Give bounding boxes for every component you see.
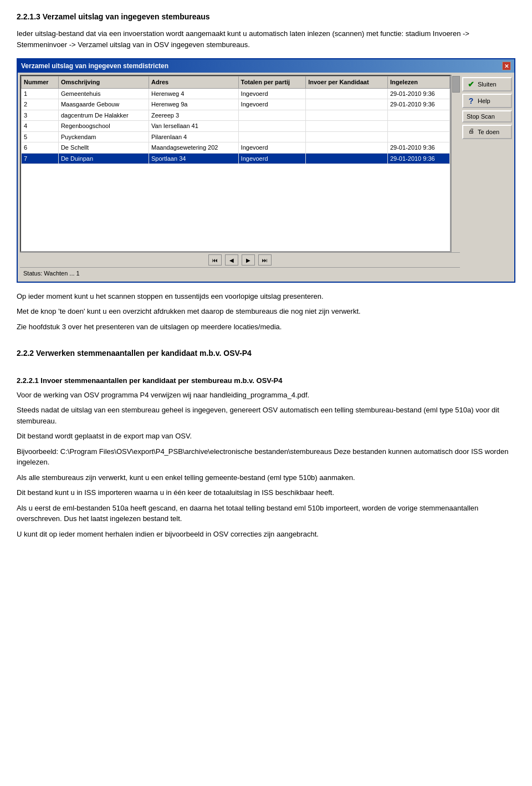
table-cell: 5 [22, 131, 59, 142]
para-after-3: Zie hoofdstuk 3 over het presenteren van… [17, 321, 515, 333]
table-cell: De Duinpan [58, 153, 149, 164]
table-cell: Pilarenlaan 4 [149, 131, 239, 142]
status-text: Status: Wachten ... 1 [23, 270, 80, 277]
table-cell: 29-01-2010 9:36 [387, 88, 449, 99]
nav-last-button[interactable]: ⏭ [258, 254, 272, 266]
status-bar: Status: Wachten ... 1 [20, 267, 460, 279]
table-cell: 6 [22, 142, 59, 154]
sluiten-button[interactable]: ✔ Sluiten [462, 77, 512, 91]
table-cell [387, 131, 449, 142]
help-label: Help [478, 98, 490, 104]
table-cell: Ingevoerd [238, 142, 306, 154]
table-cell [238, 131, 306, 142]
table-cell: 1 [22, 88, 59, 99]
intro-paragraph: Ieder uitslag-bestand dat via een invoer… [17, 28, 515, 50]
table-cell: 3 [22, 110, 59, 121]
table-cell: 2 [22, 99, 59, 110]
nav-next-button[interactable]: ▶ [242, 254, 255, 266]
table-body: 1GemeentehuisHerenweg 4Ingevoerd29-01-20… [22, 88, 450, 164]
table-cell: Maandagsewetering 202 [149, 142, 239, 154]
table-row[interactable]: 7De DuinpanSportlaan 34Ingevoerd29-01-20… [22, 153, 450, 164]
para-after-2: Met de knop 'te doen' kunt u een overzic… [17, 306, 515, 317]
dialog-main-area: Nummer Omschrijving Adres Totalen per pa… [20, 75, 460, 279]
stop-scan-label: Stop Scan [467, 113, 495, 120]
table-cell: 29-01-2010 9:36 [387, 153, 449, 164]
para-after-1: Op ieder moment kunt u het scannen stopp… [17, 291, 515, 302]
dialog-close-button[interactable]: ✕ [502, 62, 511, 70]
table-cell: 7 [22, 153, 59, 164]
section-heading: 2.2.1.3 Verzamel uitslag van ingegeven s… [17, 11, 515, 23]
table-row[interactable]: 6De SchelltMaandagsewetering 202Ingevoer… [22, 142, 450, 154]
dialog-body: Nummer Omschrijving Adres Totalen per pa… [18, 73, 514, 282]
table-cell [306, 121, 388, 132]
table-cell: De Schellt [58, 142, 149, 154]
para-2221-2: Steeds nadat de uitslag van een stembure… [17, 405, 515, 426]
scrollbar-thumb[interactable] [452, 76, 460, 93]
dialog-sidebar: ✔ Sluiten ? Help Stop Scan 🖨 Te doen [462, 75, 512, 279]
table-cell [238, 121, 306, 132]
table-cell: Gemeentehuis [58, 88, 149, 99]
table-cell: 29-01-2010 9:36 [387, 142, 449, 154]
section-2221-heading: 2.2.2.1 Invoer stemmenaantallen per kand… [17, 375, 515, 386]
te-doen-button[interactable]: 🖨 Te doen [462, 125, 512, 139]
table-cell [238, 110, 306, 121]
table-cell: Maasgaarde Gebouw [58, 99, 149, 110]
table-cell: 4 [22, 121, 59, 132]
question-icon: ? [467, 96, 475, 105]
table-row[interactable]: 3dagcentrum De HalakkerZeereep 3 [22, 110, 450, 121]
col-invoer: Invoer per Kandidaat [306, 76, 388, 89]
table-cell: Ingevoerd [238, 153, 306, 164]
stemdistricten-table: Nummer Omschrijving Adres Totalen per pa… [21, 76, 450, 164]
nav-prev-button[interactable]: ◀ [225, 254, 238, 266]
nav-first-button[interactable]: ⏮ [208, 254, 222, 266]
table-cell: Van Iersellaan 41 [149, 121, 239, 132]
table-row[interactable]: 4RegenboogschoolVan Iersellaan 41 [22, 121, 450, 132]
help-button[interactable]: ? Help [462, 94, 512, 108]
table-cell: Regenboogschool [58, 121, 149, 132]
para-2221-8: U kunt dit op ieder moment herhalen indi… [17, 529, 515, 540]
col-adres: Adres [149, 76, 239, 89]
checkmark-icon: ✔ [467, 80, 475, 89]
dialog-titlebar: Verzamel uitslag van ingegeven stemdistr… [18, 59, 514, 73]
col-omschrijving: Omschrijving [58, 76, 149, 89]
sluiten-label: Sluiten [478, 81, 497, 88]
table-cell [306, 88, 388, 99]
table-row[interactable]: 1GemeentehuisHerenweg 4Ingevoerd29-01-20… [22, 88, 450, 99]
col-totalen: Totalen per partij [238, 76, 306, 89]
vertical-scrollbar[interactable] [451, 75, 460, 252]
table-cell [387, 121, 449, 132]
table-cell: Herenweg 9a [149, 99, 239, 110]
table-cell [306, 110, 388, 121]
table-cell [306, 99, 388, 110]
table-cell [387, 110, 449, 121]
table-cell: Ingevoerd [238, 88, 306, 99]
table-cell: Puyckendam [58, 131, 149, 142]
section-222-heading: 2.2.2 Verwerken stemmenaantallen per kan… [17, 348, 515, 359]
para-2221-5: Als alle stembureaus zijn verwerkt, kunt… [17, 472, 515, 483]
para-2221-3: Dit bestand wordt geplaatst in de export… [17, 431, 515, 442]
table-cell: Zeereep 3 [149, 110, 239, 121]
dialog-window: Verzamel uitslag van ingegeven stemdistr… [17, 58, 515, 283]
table-cell: Herenweg 4 [149, 88, 239, 99]
printer-icon: 🖨 [467, 127, 475, 136]
table-cell [306, 142, 388, 154]
dialog-title: Verzamel uitslag van ingegeven stemdistr… [21, 61, 168, 71]
dialog-table-container: Nummer Omschrijving Adres Totalen per pa… [20, 75, 451, 252]
table-row[interactable]: 5PuyckendamPilarenlaan 4 [22, 131, 450, 142]
table-cell: Ingevoerd [238, 99, 306, 110]
para-2221-7: Als u eerst de eml-bestanden 510a heeft … [17, 503, 515, 524]
stop-scan-button[interactable]: Stop Scan [462, 110, 512, 123]
table-header-row: Nummer Omschrijving Adres Totalen per pa… [22, 76, 450, 89]
col-ingelezen: Ingelezen [387, 76, 449, 89]
para-2221-6: Dit bestand kunt u in ISS importeren waa… [17, 487, 515, 498]
table-cell: Sportlaan 34 [149, 153, 239, 164]
table-cell: 29-01-2010 9:36 [387, 99, 449, 110]
para-2221-1: Voor de werking van OSV programma P4 ver… [17, 390, 515, 401]
te-doen-label: Te doen [478, 129, 499, 135]
col-nummer: Nummer [22, 76, 59, 89]
table-cell: dagcentrum De Halakker [58, 110, 149, 121]
table-row[interactable]: 2Maasgaarde GebouwHerenweg 9aIngevoerd29… [22, 99, 450, 110]
para-2221-4: Bijvoorbeeld: C:\Program Files\OSV\expor… [17, 446, 515, 468]
table-cell [306, 153, 388, 164]
table-cell [306, 131, 388, 142]
